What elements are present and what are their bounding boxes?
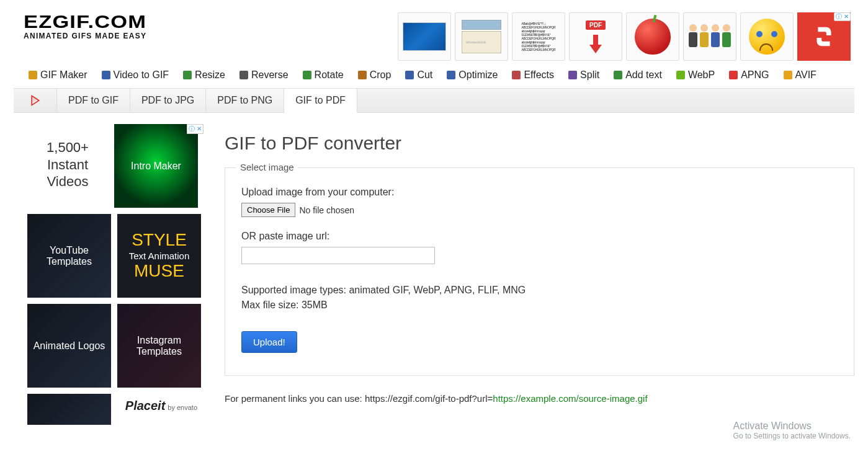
crop-icon bbox=[358, 71, 367, 79]
ad-thumb-pdf[interactable]: PDF bbox=[569, 12, 622, 61]
ad-tile-intro-maker[interactable]: Intro Maker bbox=[114, 124, 198, 208]
effects-icon bbox=[512, 71, 521, 79]
nav-crop[interactable]: Crop bbox=[358, 69, 391, 81]
max-file-size: Max file size: 35MB bbox=[241, 298, 838, 313]
ad-thumb-char-grid[interactable]: ABab@#$%*&^!?.,:; ABCDEFGHIJKLMNOPQR abc… bbox=[512, 12, 565, 61]
url-input[interactable] bbox=[241, 247, 435, 264]
optimize-icon bbox=[447, 71, 455, 79]
nav-video-to-gif[interactable]: Video to GIF bbox=[102, 69, 169, 81]
upload-button[interactable]: Upload! bbox=[241, 331, 297, 353]
nav-gif-maker[interactable]: GIF Maker bbox=[29, 69, 87, 81]
adchoices-icon[interactable]: ⓘ ✕ bbox=[187, 124, 204, 134]
ad-tile-instagram-templates[interactable]: Instagram Templates bbox=[117, 304, 201, 388]
file-status: No file chosen bbox=[299, 205, 354, 215]
cut-icon bbox=[405, 71, 414, 79]
ad-tile-animated-logos[interactable]: Animated Logos bbox=[27, 304, 111, 388]
ad-thumb-apple[interactable] bbox=[626, 12, 679, 61]
logo[interactable]: EZGIF.COM ANIMATED GIFS MADE EASY bbox=[24, 11, 146, 40]
subnav-pdf-to-gif[interactable]: PDF to GIF bbox=[57, 89, 130, 112]
header-ad-strip[interactable]: ABab@#$%*&^!?.,:; ABCDEFGHIJKLMNOPQR abc… bbox=[398, 12, 851, 61]
split-icon bbox=[568, 71, 577, 79]
supported-types: Supported image types: animated GIF, Web… bbox=[241, 283, 838, 298]
ad-brand-by: by envato bbox=[168, 404, 197, 411]
ad-thumb-shutterstock[interactable]: ⓘ ✕ bbox=[797, 12, 851, 61]
sidebar-ad[interactable]: ⓘ ✕ 1,500+ Instant Videos Intro Maker Yo… bbox=[27, 124, 207, 425]
nav-reverse[interactable]: Reverse bbox=[239, 69, 289, 81]
ad-headline: 1,500+ Instant Videos bbox=[27, 124, 108, 208]
nav-effects[interactable]: Effects bbox=[512, 69, 554, 81]
nav-avif[interactable]: AVIF bbox=[784, 69, 817, 81]
nav-resize[interactable]: Resize bbox=[183, 69, 225, 81]
text-icon bbox=[614, 71, 622, 79]
nav-split[interactable]: Split bbox=[568, 69, 599, 81]
ad-thumb-sad-emoji[interactable] bbox=[740, 12, 794, 61]
nav-add-text[interactable]: Add text bbox=[614, 69, 662, 81]
resize-icon bbox=[183, 71, 192, 79]
nav-cut[interactable]: Cut bbox=[405, 69, 432, 81]
webp-icon bbox=[676, 71, 685, 79]
page-title: GIF to PDF converter bbox=[225, 133, 854, 154]
ad-tile-extra[interactable] bbox=[27, 394, 111, 425]
nav-rotate[interactable]: Rotate bbox=[303, 69, 344, 81]
ad-thumb-people[interactable] bbox=[683, 12, 736, 61]
nav-webp[interactable]: WebP bbox=[676, 69, 715, 81]
subnav-gif-to-pdf[interactable]: GIF to PDF bbox=[284, 89, 357, 113]
upload-label: Upload image from your computer: bbox=[241, 187, 838, 198]
main-nav: GIF MakerVideo to GIFResizeReverseRotate… bbox=[0, 61, 868, 88]
nav-optimize[interactable]: Optimize bbox=[447, 69, 498, 81]
logo-main: EZGIF.COM bbox=[24, 11, 165, 32]
sub-nav: PDF to GIFPDF to JPGPDF to PNGGIF to PDF bbox=[14, 88, 854, 113]
adchoices-icon[interactable]: ⓘ ✕ bbox=[834, 12, 851, 21]
panel-legend: Select image bbox=[236, 162, 298, 172]
reverse-icon bbox=[239, 71, 248, 79]
ad-thumb-blue[interactable] bbox=[398, 12, 451, 61]
ad-thumb-id-card[interactable] bbox=[455, 12, 508, 61]
subnav-pdf-to-png[interactable]: PDF to PNG bbox=[206, 89, 284, 112]
rotate-icon bbox=[303, 71, 311, 79]
nav-apng[interactable]: APNG bbox=[729, 69, 769, 81]
choose-file-button[interactable]: Choose File bbox=[241, 203, 295, 217]
permalink-hint: For permanent links you can use: https:/… bbox=[225, 393, 854, 404]
pdf-icon bbox=[14, 89, 57, 112]
image-icon bbox=[29, 71, 37, 79]
upload-panel: Select image Upload image from your comp… bbox=[225, 167, 854, 376]
ad-tile-text-animation[interactable]: STYLEText AnimationMUSE bbox=[117, 214, 201, 298]
film-icon bbox=[102, 71, 110, 79]
ad-brand: Placeit bbox=[125, 399, 165, 413]
subnav-pdf-to-jpg[interactable]: PDF to JPG bbox=[130, 89, 206, 112]
permalink-example[interactable]: https://example.com/source-image.gif bbox=[493, 393, 647, 404]
ad-tile-youtube-templates[interactable]: YouTube Templates bbox=[27, 214, 111, 298]
logo-tagline: ANIMATED GIFS MADE EASY bbox=[24, 32, 146, 40]
apng-icon bbox=[729, 71, 738, 79]
avif-icon bbox=[784, 71, 792, 79]
url-label: OR paste image url: bbox=[241, 231, 838, 242]
